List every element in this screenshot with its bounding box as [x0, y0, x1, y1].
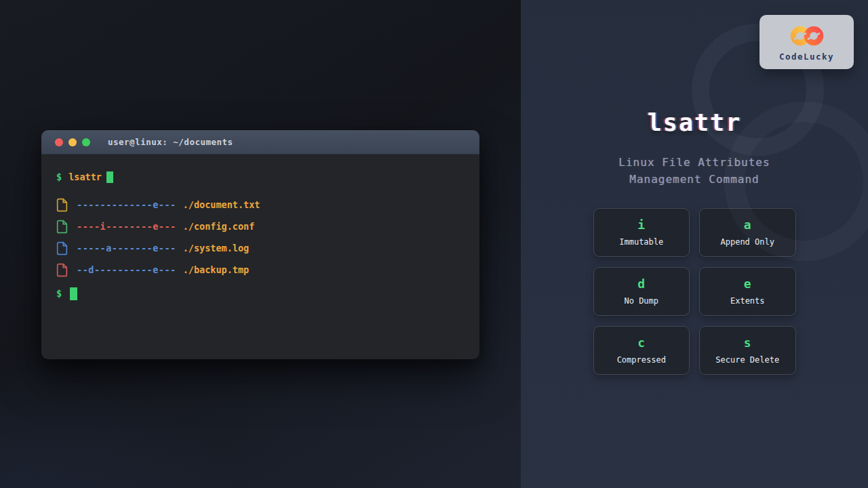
file-icon	[56, 241, 68, 256]
attribute-flags: --d----------e---	[77, 264, 176, 275]
maximize-button[interactable]	[82, 138, 90, 146]
terminal-window: user@linux: ~/documents $ lsattr	[41, 130, 479, 359]
attribute-flags: -------------e---	[77, 199, 176, 210]
prompt-symbol: $	[56, 171, 62, 182]
attribute-label: Extents	[730, 296, 765, 306]
file-name: ./config.conf	[183, 221, 255, 232]
attribute-card: c Compressed	[593, 326, 690, 375]
infinity-logo-icon	[787, 24, 827, 50]
terminal-title: user@linux: ~/documents	[108, 137, 233, 147]
command-text: lsattr	[68, 171, 102, 182]
idle-prompt-line: $	[56, 287, 465, 300]
file-row: -----a-------e--- ./system.log	[56, 237, 465, 259]
file-name: ./backup.tmp	[183, 264, 250, 275]
file-name: ./system.log	[183, 243, 250, 253]
minimize-button[interactable]	[68, 138, 77, 146]
attribute-label: Secure Delete	[715, 355, 779, 365]
attribute-card: s Secure Delete	[699, 326, 796, 375]
codelucky-logo-badge: CodeLucky	[760, 15, 854, 69]
terminal-body[interactable]: $ lsattr -------------e---	[41, 155, 479, 300]
info-panel: CodeLucky lsattr Linux File Attributes M…	[521, 0, 868, 488]
prompt-symbol: $	[56, 288, 62, 299]
command-line: $ lsattr	[56, 170, 465, 184]
attribute-flag-letter: e	[744, 278, 751, 290]
attribute-label: Immutable	[619, 237, 663, 247]
terminal-background-panel: user@linux: ~/documents $ lsattr	[0, 0, 521, 488]
attribute-flags: ----i--------e---	[77, 221, 176, 232]
attribute-card: d No Dump	[593, 267, 690, 316]
attribute-card: e Extents	[699, 267, 796, 316]
attribute-flag-letter: s	[744, 337, 751, 349]
terminal-titlebar: user@linux: ~/documents	[41, 130, 479, 155]
file-icon	[56, 220, 68, 234]
attribute-label: Compressed	[617, 355, 666, 365]
attribute-label: No Dump	[624, 296, 658, 306]
lsattr-output: -------------e--- ./document.txt ----i--…	[56, 194, 465, 281]
file-icon	[56, 198, 68, 212]
file-row: -------------e--- ./document.txt	[56, 194, 465, 216]
file-icon	[56, 263, 68, 277]
attribute-flag-letter: d	[637, 278, 645, 290]
logo-wordmark: CodeLucky	[779, 52, 834, 62]
file-row: ----i--------e--- ./config.conf	[56, 216, 465, 237]
cursor-block	[106, 171, 113, 183]
attribute-flags: -----a-------e---	[77, 243, 176, 253]
file-row: --d----------e--- ./backup.tmp	[56, 259, 465, 281]
close-button[interactable]	[55, 138, 63, 146]
attribute-card: i Immutable	[593, 208, 690, 257]
screenshot-root: user@linux: ~/documents $ lsattr	[0, 0, 868, 488]
attribute-flag-letter: c	[637, 337, 645, 349]
attribute-flag-letter: i	[637, 219, 645, 231]
cursor-block	[70, 287, 77, 300]
file-name: ./document.txt	[183, 199, 260, 210]
